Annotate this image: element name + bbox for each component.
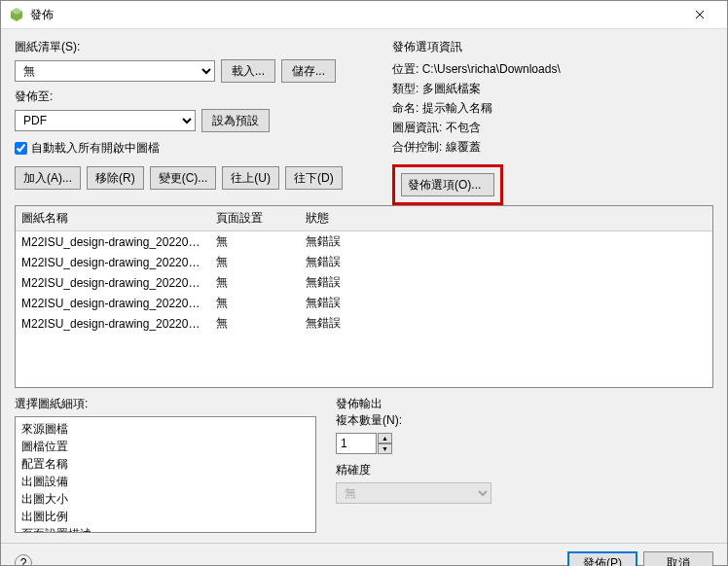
app-logo-icon: [9, 7, 24, 22]
table-cell: 無錯誤: [300, 252, 712, 272]
table-cell: 無錯誤: [300, 231, 712, 253]
move-up-button[interactable]: 往上(U): [222, 166, 279, 190]
detail-item: 出圖比例: [21, 509, 309, 525]
change-button[interactable]: 變更(C)...: [150, 166, 217, 190]
table-row[interactable]: M22ISU_design-drawing_20220105-E...無無錯誤: [16, 313, 712, 334]
table-cell: 無錯誤: [300, 272, 712, 293]
titlebar: 發佈: [1, 1, 727, 29]
copies-up-button[interactable]: ▲: [378, 433, 392, 443]
help-button[interactable]: ?: [15, 554, 32, 566]
remove-button[interactable]: 移除(R): [87, 166, 144, 190]
table-cell: 無: [210, 272, 300, 293]
table-row[interactable]: M22ISU_design-drawing_20220105-E...無無錯誤: [16, 293, 712, 313]
table-cell: 無: [210, 293, 300, 313]
detail-item: 來源圖檔: [21, 421, 309, 438]
detail-item: 頁面設置描述: [21, 526, 309, 533]
detail-item: 圖檔位置: [21, 439, 309, 455]
help-icon: ?: [20, 556, 27, 566]
copies-input[interactable]: [336, 433, 377, 454]
add-button[interactable]: 加入(A)...: [15, 166, 81, 190]
output-title: 發佈輸出: [336, 396, 713, 412]
copies-down-button[interactable]: ▼: [378, 443, 392, 454]
move-down-button[interactable]: 往下(D): [285, 166, 343, 190]
table-row[interactable]: M22ISU_design-drawing_20220105-...無無錯誤: [16, 231, 712, 253]
details-label: 選擇圖紙細項:: [15, 396, 316, 412]
table-cell: M22ISU_design-drawing_20220105-E...: [16, 313, 210, 334]
copies-label: 複本數量(N):: [336, 412, 713, 429]
precision-label: 精確度: [336, 462, 713, 478]
table-cell: 無錯誤: [300, 293, 712, 313]
detail-item: 配置名稱: [21, 456, 309, 473]
details-list[interactable]: 來源圖檔圖檔位置配置名稱出圖設備出圖大小出圖比例頁面設置描述: [15, 416, 316, 533]
publish-to-select[interactable]: PDF: [15, 110, 196, 131]
close-icon: [695, 10, 705, 19]
column-header[interactable]: 狀態: [300, 206, 712, 231]
close-button[interactable]: [680, 1, 719, 28]
auto-load-checkbox[interactable]: [15, 142, 27, 155]
table-cell: 無: [210, 313, 300, 334]
load-button[interactable]: 載入...: [221, 59, 275, 83]
set-preset-button[interactable]: 設為預設: [201, 109, 270, 132]
publish-options-button[interactable]: 發佈選項(O)...: [401, 173, 494, 196]
table-row[interactable]: M22ISU_design-drawing_20220105-E...無無錯誤: [16, 272, 712, 293]
publish-button[interactable]: 發佈(P): [567, 551, 637, 566]
auto-load-label: 自動載入所有開啟中圖檔: [31, 140, 160, 157]
column-header[interactable]: 頁面設置: [210, 206, 300, 231]
table-row[interactable]: M22ISU_design-drawing_20220105-E...無無錯誤: [16, 252, 712, 272]
publish-to-label: 發佈至:: [15, 88, 373, 105]
table-cell: M22ISU_design-drawing_20220105-E...: [16, 252, 210, 272]
save-button[interactable]: 儲存...: [281, 59, 336, 83]
table-cell: 無: [210, 231, 300, 253]
info-line: 類型: 多圖紙檔案: [392, 81, 713, 97]
info-line: 圖層資訊: 不包含: [392, 120, 713, 136]
publish-info-title: 發佈選項資訊: [392, 39, 713, 55]
table-cell: M22ISU_design-drawing_20220105-E...: [16, 293, 210, 313]
precision-select: 無: [336, 482, 491, 504]
info-line: 位置: C:\Users\richa\Downloads\: [392, 61, 713, 78]
detail-item: 出圖大小: [21, 491, 309, 508]
table-cell: 無錯誤: [300, 313, 712, 334]
cancel-button[interactable]: 取消: [643, 551, 713, 566]
table-cell: M22ISU_design-drawing_20220105-E...: [16, 272, 210, 293]
options-highlight: 發佈選項(O)...: [392, 164, 503, 205]
table-cell: M22ISU_design-drawing_20220105-...: [16, 231, 210, 253]
sheet-list-select[interactable]: 無: [15, 60, 215, 82]
info-line: 合併控制: 線覆蓋: [392, 139, 713, 156]
sheet-table[interactable]: 圖紙名稱頁面設置狀態 M22ISU_design-drawing_2022010…: [15, 205, 713, 388]
detail-item: 出圖設備: [21, 474, 309, 490]
column-header[interactable]: 圖紙名稱: [16, 206, 210, 231]
info-line: 命名: 提示輸入名稱: [392, 100, 713, 117]
window-title: 發佈: [30, 7, 680, 23]
table-cell: 無: [210, 252, 300, 272]
sheet-list-label: 圖紙清單(S):: [15, 39, 373, 55]
